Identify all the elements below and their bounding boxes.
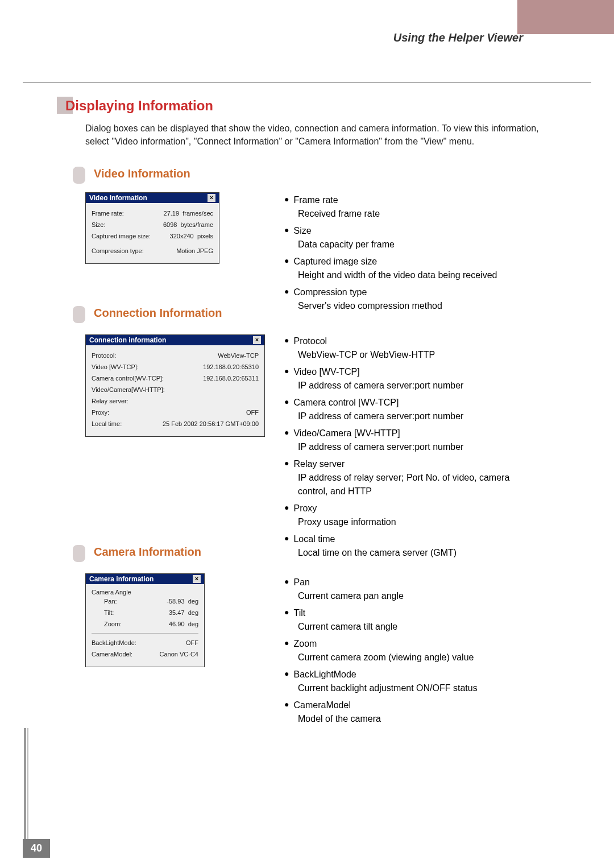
- row-label: Local time:: [92, 420, 154, 427]
- bullet-desc: Server's video compression method: [298, 299, 534, 313]
- page-number: 40: [23, 839, 50, 858]
- intro-text: Dialog boxes can be displayed that show …: [85, 122, 540, 148]
- bullet-term: Relay server: [284, 457, 534, 471]
- bullet-term: Video/Camera [WV-HTTP]: [284, 427, 534, 440]
- row-value: 192.168.0.20:65310: [203, 363, 259, 370]
- bullet-term: Pan: [284, 576, 534, 589]
- row-label: BackLightMode:: [92, 639, 154, 646]
- bullet-desc: IP address of relay server; Port No. of …: [298, 471, 534, 498]
- row-value: 192.168.0.20:65311: [203, 375, 259, 382]
- dialog-camera-information: Camera information × Camera Angle Pan:-5…: [85, 573, 205, 667]
- bullet-desc: Current camera tilt angle: [298, 620, 534, 634]
- bullet-term: Proxy: [284, 502, 534, 515]
- row-label: Captured image size:: [92, 233, 154, 239]
- row-value: 25 Feb 2002 20:56:17 GMT+09:00: [163, 420, 259, 427]
- row-value: OFF: [186, 639, 198, 646]
- section-bullet-icon: [73, 306, 85, 323]
- row-value: 27.19 frames/sec: [164, 210, 213, 217]
- bullet-desc: IP address of camera server:port number: [298, 410, 534, 423]
- bullet-term: Video [WV-TCP]: [284, 365, 534, 379]
- bullet-list-camera: Pan Current camera pan angle Tilt Curren…: [284, 576, 534, 729]
- row-label: Size:: [92, 221, 154, 228]
- row-label: Zoom:: [104, 621, 167, 627]
- bullet-term: CameraModel: [284, 698, 534, 712]
- bullet-term: Size: [284, 224, 534, 238]
- bullet-term: Compression type: [284, 286, 534, 299]
- bullet-term: Tilt: [284, 606, 534, 620]
- dialog-title: Video information: [89, 194, 147, 202]
- dialog-connection-information: Connection information × Protocol:WebVie…: [85, 334, 265, 437]
- bullet-desc: Model of the camera: [298, 712, 534, 726]
- row-label: Relay server:: [92, 398, 154, 404]
- close-icon[interactable]: ×: [193, 575, 201, 583]
- row-value: 46.90 deg: [169, 621, 198, 627]
- bullet-term: Captured image size: [284, 255, 534, 268]
- row-value: Motion JPEG: [176, 247, 213, 254]
- row-value: 320x240 pixels: [170, 233, 213, 239]
- dialog-video-information: Video information × Frame rate:27.19 fra…: [85, 192, 219, 264]
- dialog-title: Connection information: [89, 336, 166, 344]
- bullet-term: Protocol: [284, 334, 534, 348]
- section-title-camera: Camera Information: [94, 545, 201, 559]
- section-bullet-icon: [73, 545, 85, 562]
- bullet-desc: Current camera pan angle: [298, 589, 534, 603]
- bullet-term: Camera control [WV-TCP]: [284, 396, 534, 410]
- divider: [23, 82, 591, 82]
- bullet-desc: Height and width of the video data being…: [298, 268, 534, 282]
- section-title-connection: Connection Information: [94, 307, 222, 320]
- bullet-desc: Current backlight adjustment ON/OFF stat…: [298, 681, 534, 695]
- row-label: Pan:: [104, 598, 167, 605]
- row-label: Protocol:: [92, 352, 154, 359]
- close-icon[interactable]: ×: [253, 336, 261, 344]
- bullet-desc: WebView-TCP or WebView-HTTP: [298, 348, 534, 362]
- row-label: Video/Camera[WV-HTTP]:: [92, 386, 165, 393]
- row-value: -58.93 deg: [167, 598, 198, 605]
- section-title-video: Video Information: [94, 167, 190, 180]
- row-value: OFF: [246, 409, 259, 416]
- bullet-desc: Received frame rate: [298, 207, 534, 221]
- row-value: WebView-TCP: [218, 352, 259, 359]
- row-label: Tilt:: [104, 609, 167, 616]
- bullet-term: BackLightMode: [284, 668, 534, 681]
- bullet-desc: Local time on the camera server (GMT): [298, 546, 534, 560]
- row-label: Video [WV-TCP]:: [92, 363, 154, 370]
- row-value: Canon VC-C4: [160, 651, 198, 658]
- bullet-desc: IP address of camera server:port number: [298, 440, 534, 454]
- header-accent: [517, 0, 614, 34]
- close-icon[interactable]: ×: [208, 194, 215, 202]
- gutter-decoration: [24, 728, 26, 848]
- row-label: Camera control[WV-TCP]:: [92, 375, 164, 382]
- row-label: Frame rate:: [92, 210, 154, 217]
- bullet-list-connection: Protocol WebView-TCP or WebView-HTTP Vid…: [284, 334, 534, 563]
- row-value: 35.47 deg: [169, 609, 198, 616]
- page-heading: Displaying Information: [65, 98, 213, 114]
- section-bullet-icon: [73, 167, 85, 184]
- bullet-term: Frame rate: [284, 193, 534, 207]
- header-title: Using the Helper Viewer: [393, 31, 523, 44]
- bullet-desc: Proxy usage information: [298, 515, 534, 529]
- row-label: CameraModel:: [92, 651, 154, 658]
- row-value: 6098 bytes/frame: [163, 221, 213, 228]
- row-label: Compression type:: [92, 247, 154, 254]
- bullet-term: Local time: [284, 532, 534, 546]
- bullet-list-video: Frame rate Received frame rate Size Data…: [284, 193, 534, 316]
- bullet-term: Zoom: [284, 637, 534, 651]
- bullet-desc: Data capacity per frame: [298, 238, 534, 251]
- bullet-desc: Current camera zoom (viewing angle) valu…: [298, 651, 534, 664]
- camera-angle-label: Camera Angle: [92, 589, 198, 596]
- row-label: Proxy:: [92, 409, 154, 416]
- dialog-title: Camera information: [89, 575, 154, 583]
- bullet-desc: IP address of camera server:port number: [298, 379, 534, 392]
